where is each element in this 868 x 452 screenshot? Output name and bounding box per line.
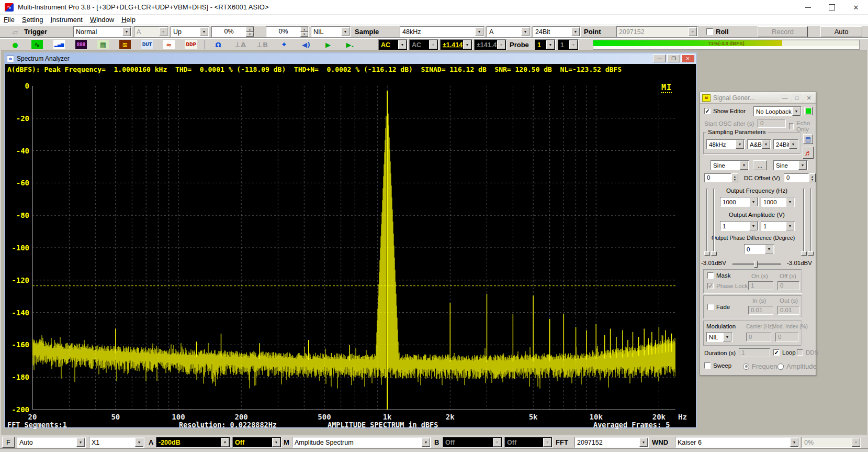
signal-generator-icon[interactable]: ≋ xyxy=(116,39,134,50)
fft-size-select[interactable]: 2097152 xyxy=(574,437,649,448)
processing-b-select: Off xyxy=(504,437,553,448)
sweep-checkbox[interactable]: Sweep xyxy=(704,362,731,369)
range-a-select[interactable]: ±1.414V xyxy=(440,39,472,50)
waveform-b-select[interactable]: Sine xyxy=(773,160,808,170)
amplitude-b-slider[interactable] xyxy=(803,189,805,256)
slider-handle[interactable] xyxy=(808,251,814,256)
trigger-mode-select[interactable]: Normal xyxy=(73,26,132,37)
trigger-level-spinner[interactable]: 0%▲▼ xyxy=(211,26,254,37)
cursor-a-icon[interactable]: ⊥A xyxy=(231,39,250,50)
gen-bits-select[interactable]: 24Bit xyxy=(773,139,798,149)
probe-a-select[interactable]: 1 xyxy=(535,39,556,50)
frequency-b-select[interactable]: 1000 xyxy=(761,197,795,207)
auto-button[interactable]: Auto xyxy=(820,26,862,37)
minimize-icon[interactable] xyxy=(796,0,820,15)
frequency-a-select[interactable]: 1000 xyxy=(720,197,759,207)
run-indicator-icon[interactable]: ● xyxy=(6,39,25,50)
dut-icon[interactable]: DUT xyxy=(138,39,156,50)
sample-label: Sample xyxy=(355,28,379,36)
panel-minimize-icon[interactable]: — xyxy=(780,94,790,102)
menu-window[interactable]: Window xyxy=(86,16,118,24)
gen-sample-rate-select[interactable]: 48kHz xyxy=(706,139,745,149)
phase-select[interactable]: 0 xyxy=(744,244,774,254)
duration-label: Duration (s) xyxy=(704,350,736,356)
app-titlebar[interactable]: ∿ Multi-Instrument Pro 3.8 - [+3DP+DLG+L… xyxy=(0,0,868,15)
sample-rate-select[interactable]: 48kHz xyxy=(400,26,484,37)
spectrum-3d-plot-icon[interactable]: ≈ xyxy=(160,39,178,50)
mask-checkbox[interactable]: Mask xyxy=(707,272,730,279)
trigger-edge-select[interactable]: Up xyxy=(171,26,209,37)
signal-generator-titlebar[interactable]: ≋ Signal Gener... — □ ✕ xyxy=(700,92,816,104)
spectrum-analyzer-titlebar[interactable]: ılı Spectrum Analyzer — ❐ ✕ xyxy=(5,53,696,64)
more-button[interactable]: ... xyxy=(753,160,767,170)
toolbar-separator xyxy=(204,40,205,49)
processing-a-select[interactable]: Off xyxy=(232,437,281,448)
close-icon[interactable] xyxy=(844,0,868,15)
dc-offset-a-input[interactable]: 0 xyxy=(704,173,731,182)
x-axis-select[interactable]: Auto xyxy=(17,437,86,448)
amplitude-b-select[interactable]: 1 xyxy=(761,221,795,231)
window-restore-icon[interactable]: ❐ xyxy=(667,54,680,62)
amplitude-a-select[interactable]: 1 xyxy=(720,221,759,231)
x-tick-label: 200 xyxy=(226,413,257,421)
cursor-b-icon[interactable]: ⊥B xyxy=(253,39,272,50)
loopback-select[interactable]: No Loopback xyxy=(753,106,802,116)
panel-close-icon[interactable]: ✕ xyxy=(804,94,814,102)
loop-checkbox[interactable]: Loop xyxy=(773,349,796,356)
spectrum-analyzer-icon[interactable]: ▂▄▆ xyxy=(50,39,69,50)
f-button[interactable]: F xyxy=(2,437,15,448)
chevron-down-icon xyxy=(571,27,580,36)
slider-handle[interactable] xyxy=(711,251,717,256)
roll-checkbox[interactable]: Roll xyxy=(706,28,729,36)
output-on-button[interactable] xyxy=(804,107,813,115)
panel-maximize-icon[interactable]: □ xyxy=(792,94,802,102)
dc-b-spinner[interactable]: ▲▼ xyxy=(809,173,816,182)
slider-handle[interactable] xyxy=(704,251,710,256)
window-close-icon[interactable]: ✕ xyxy=(681,54,694,62)
chevron-down-icon xyxy=(723,333,731,341)
chevron-down-icon xyxy=(639,438,648,447)
gen-channels-select[interactable]: A&B xyxy=(747,139,771,149)
menu-instrument[interactable]: Instrument xyxy=(47,16,86,24)
ddp-viewer-icon[interactable]: DDP xyxy=(182,39,200,50)
trigger-delay-spinner[interactable]: 0%▲▼ xyxy=(266,26,309,37)
show-editor-checkbox[interactable]: Show Editor xyxy=(704,108,746,114)
window-function-select[interactable]: Kaiser 6 xyxy=(675,437,799,448)
menu-file[interactable]: File xyxy=(0,16,18,24)
modulation-select[interactable]: NIL xyxy=(706,332,732,342)
coupling-a-select[interactable]: AC xyxy=(378,39,408,50)
dc-a-spinner[interactable]: ▲▼ xyxy=(731,173,738,182)
device-test-plan-icon[interactable]: ▦ xyxy=(94,39,112,50)
probe-calibration-icon[interactable]: ⌖ xyxy=(275,39,294,50)
oscilloscope-icon[interactable]: ∿ xyxy=(28,39,47,50)
play-b-icon[interactable]: ▶. xyxy=(341,39,359,50)
amplitude-a-fine-slider[interactable] xyxy=(713,189,715,256)
waveform-a-select[interactable]: Sine xyxy=(711,160,749,170)
menu-help[interactable]: Help xyxy=(118,16,139,24)
sample-bits-select[interactable]: 24Bit xyxy=(533,26,581,37)
calibrator-icon[interactable]: Ω xyxy=(209,39,228,50)
amplitude-a-slider[interactable] xyxy=(706,189,708,256)
dc-offset-b-input[interactable]: 0 xyxy=(784,173,809,182)
x-tick-label: 1k xyxy=(371,413,403,421)
save-waveform-icon[interactable]: ▤ xyxy=(803,134,813,144)
play-a-icon[interactable]: ▶ xyxy=(319,39,337,50)
x-tick-label: 5k xyxy=(517,413,549,421)
menu-setting[interactable]: Setting xyxy=(18,16,47,24)
open-file-icon[interactable]: ▱ xyxy=(6,27,25,37)
maximize-icon[interactable] xyxy=(820,0,844,15)
speaker-icon[interactable]: ◀) xyxy=(297,39,315,50)
fade-checkbox[interactable]: Fade xyxy=(707,304,730,310)
sample-channel-select[interactable]: A xyxy=(487,26,531,37)
amplitude-b-fine-slider[interactable] xyxy=(810,189,811,256)
zoom-select[interactable]: X1 xyxy=(89,437,144,448)
multimeter-icon[interactable]: 888 xyxy=(72,39,91,50)
slider-handle[interactable] xyxy=(801,251,807,256)
window-minimize-icon[interactable]: — xyxy=(653,54,666,62)
spectrum-plot[interactable] xyxy=(32,86,675,411)
music-note-icon[interactable]: ♬ xyxy=(803,147,814,159)
balance-handle[interactable] xyxy=(754,261,758,268)
spectrum-mode-select[interactable]: Amplitude Spectrum xyxy=(292,437,431,448)
range-a-db-select[interactable]: -200dB xyxy=(156,437,230,448)
trigger-coupling-select[interactable]: NIL xyxy=(311,26,351,37)
